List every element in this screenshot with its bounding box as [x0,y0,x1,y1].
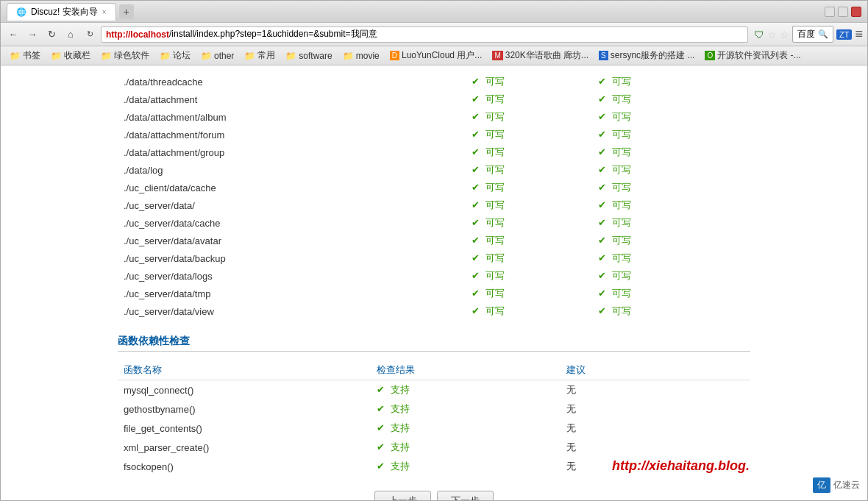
status-cell-2: ✔ 可写 [592,196,750,214]
nav-star2: ☆ [780,29,789,40]
permissions-table: ./data/threadcache ✔ 可写 ✔ 可写 ./data/atta… [118,73,750,320]
status-text: 可写 [612,199,631,210]
page-icon: D [390,51,399,60]
content-inner: ./data/threadcache ✔ 可写 ✔ 可写 ./data/atta… [103,65,765,500]
status-text: 可写 [612,270,631,281]
status-cell-1: ✔ 可写 [466,249,592,267]
bookmark-收藏栏[interactable]: 📁 收藏栏 [46,48,95,63]
folder-icon: 📁 [244,51,255,61]
page-icon: S [599,51,608,60]
perm-table-row: ./data/attachment/group ✔ 可写 ✔ 可写 [118,143,750,161]
check-icon: ✔ [472,164,480,175]
perm-table-row: ./uc_server/data/cache ✔ 可写 ✔ 可写 [118,214,750,232]
menu-icon[interactable]: ≡ [855,26,863,42]
bookmark-label: sersync服务的搭建 ... [611,49,695,62]
status-cell-1: ✔ 可写 [466,232,592,249]
nav-star1: ☆ [767,29,777,40]
status-cell-2: ✔ 可写 [592,285,750,302]
next-step-button[interactable]: 下一步 [437,491,494,500]
bookmark-label: LuoYunCloud 用户... [402,49,482,62]
func-result-cell: ✔ 支持 [371,438,561,457]
status-text: 可写 [612,93,631,104]
status-cell-1: ✔ 可写 [466,302,592,320]
check-icon: ✔ [598,235,606,246]
path-cell: ./uc_server/data/tmp [118,285,466,302]
bookmark-论坛[interactable]: 📁 论坛 [155,48,195,63]
maximize-button[interactable] [838,7,848,17]
perm-table-row: ./data/log ✔ 可写 ✔ 可写 [118,161,750,179]
status-text: 可写 [612,305,631,316]
bookmark-label: 论坛 [173,49,191,62]
func-table-row: gethostbyname() ✔ 支持 无 [118,399,750,419]
bookmark-sersync[interactable]: S sersync服务的搭建 ... [594,48,699,63]
browser-window: 🌐 Discuz! 安装向导 × + ← → ↻ ⌂ ↻ http://loca… [0,0,868,501]
func-name-cell: file_get_contents() [118,419,371,438]
status-text: 可写 [485,129,505,140]
bookmark-software[interactable]: 📁 software [281,49,336,63]
func-result-cell: ✔ 支持 [371,457,561,476]
func-header-name: 函数名称 [118,360,371,380]
nav-right-area: 🛡 ☆ ☆ 百度 🔍 ZT ≡ [754,26,863,43]
folder-icon: 📁 [160,51,171,61]
bookmark-label: 书签 [23,49,40,62]
browser-tab[interactable]: 🌐 Discuz! 安装向导 × [7,3,116,21]
path-cell: ./data/attachment/forum [118,126,466,143]
status-text: 可写 [485,305,505,316]
bookmark-movie[interactable]: 📁 movie [338,49,384,63]
status-text: 可写 [485,76,505,87]
prev-step-button[interactable]: 上一步 [374,491,431,500]
func-suggestion-cell: 无 [561,399,750,419]
perm-table-row: ./uc_server/data/backup ✔ 可写 ✔ 可写 [118,249,750,267]
back-button[interactable]: ← [5,26,21,43]
forward-button[interactable]: → [24,26,40,43]
func-result-text: 支持 [391,441,410,452]
func-table: 函数名称 检查结果 建议 mysql_connect() ✔ 支持 无 geth… [118,360,750,476]
status-text: 可写 [612,182,631,193]
close-button[interactable] [851,7,861,17]
new-tab-button[interactable]: + [119,4,134,19]
status-cell-2: ✔ 可写 [592,90,750,108]
page-content: ./data/threadcache ✔ 可写 ✔ 可写 ./data/atta… [1,65,867,500]
bookmark-music[interactable]: M 320K华语歌曲 廊坊... [488,48,593,63]
status-cell-2: ✔ 可写 [592,143,750,161]
check-icon: ✔ [598,182,606,193]
bookmark-绿色软件[interactable]: 📁 绿色软件 [96,48,154,63]
status-cell-1: ✔ 可写 [466,161,592,179]
status-cell-1: ✔ 可写 [466,73,592,90]
check-icon: ✔ [472,217,480,228]
bookmark-书签[interactable]: 📁 书签 [5,48,45,63]
check-icon: ✔ [598,129,606,140]
search-box[interactable]: 百度 🔍 [792,26,833,43]
check-icon: ✔ [377,441,385,452]
bookmark-opensource[interactable]: O 开源软件资讯列表 -... [700,48,805,63]
status-text: 可写 [485,164,505,175]
check-icon: ✔ [472,305,480,316]
status-text: 可写 [485,217,505,228]
func-header-suggestion: 建议 [561,360,750,380]
check-icon: ✔ [377,422,385,433]
history-button[interactable]: ↻ [82,26,98,43]
check-icon: ✔ [598,288,606,299]
path-cell: ./data/attachment/album [118,108,466,126]
func-result-text: 支持 [391,461,410,472]
refresh-button[interactable]: ↻ [43,26,60,43]
check-icon: ✔ [377,403,385,414]
bookmark-luoyuncloud[interactable]: D LuoYunCloud 用户... [385,48,487,63]
address-bar[interactable]: http://localhost /install/index.php?step… [101,26,748,43]
status-text: 可写 [485,252,505,263]
home-button[interactable]: ⌂ [63,26,79,43]
folder-icon: 📁 [51,51,62,61]
check-icon: ✔ [598,270,606,281]
bookmark-常用[interactable]: 📁 常用 [240,48,280,63]
nav-bar: ← → ↻ ⌂ ↻ http://localhost /install/inde… [1,23,867,46]
func-header-result: 检查结果 [371,360,561,380]
func-table-row: file_get_contents() ✔ 支持 无 [118,419,750,438]
status-text: 可写 [612,146,631,157]
func-suggestion-cell: 无 [561,457,750,476]
tab-close-button[interactable]: × [102,8,107,16]
minimize-button[interactable] [825,7,835,17]
bookmark-other[interactable]: 📁 other [196,49,238,63]
path-cell: ./data/attachment [118,90,466,108]
perm-table-row: ./uc_server/data/logs ✔ 可写 ✔ 可写 [118,267,750,285]
check-icon: ✔ [472,252,480,263]
